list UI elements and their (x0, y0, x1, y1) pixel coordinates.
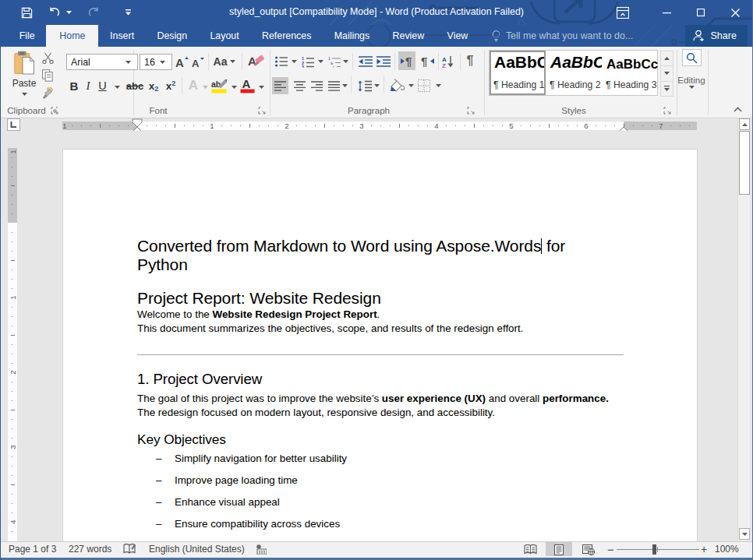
cut-button[interactable] (41, 51, 55, 65)
change-case-button[interactable]: Aa (212, 55, 237, 69)
language-indicator[interactable]: English (United States) (149, 542, 245, 557)
word-count[interactable]: 227 words (69, 542, 111, 557)
sort-button[interactable]: AZ (441, 55, 457, 69)
tab-insert[interactable]: Insert (98, 25, 145, 47)
subscript-button[interactable]: x2 (147, 79, 161, 93)
doc-paragraph-summary[interactable]: This document summarizes the objectives,… (137, 322, 523, 335)
borders-button[interactable] (415, 77, 433, 94)
font-color-dropdown[interactable] (257, 84, 265, 90)
ribbon-display-options-button[interactable] (610, 4, 635, 21)
style-card-heading-1[interactable]: AaBbC¶ Heading 1 (490, 51, 546, 95)
tab-file[interactable]: File (8, 25, 46, 47)
numbering-button[interactable]: 123 (301, 55, 315, 69)
style-card-heading-3[interactable]: AaBbCc¶ Heading 3 (602, 51, 658, 95)
zoom-in-button[interactable]: + (701, 542, 707, 557)
doc-heading-project-report[interactable]: Project Report: Website Redesign (137, 289, 381, 308)
editing-dropdown[interactable] (688, 84, 695, 90)
shading-dropdown[interactable] (407, 83, 415, 89)
tab-view[interactable]: View (436, 25, 479, 47)
tab-design[interactable]: Design (146, 25, 199, 47)
horizontal-ruler[interactable]: 11234567 (62, 122, 697, 130)
scroll-down-arrow[interactable] (739, 528, 750, 540)
tab-review[interactable]: Review (381, 25, 436, 47)
doc-paragraph-redesign[interactable]: The redesign focused on modern layout, r… (137, 406, 495, 419)
document-page[interactable]: Converted from Markdown to Word using As… (62, 149, 698, 541)
doc-heading-key-objectives[interactable]: Key Objectives (137, 431, 226, 448)
multilevel-dropdown[interactable] (341, 58, 349, 65)
scrollbar-thumb[interactable] (739, 131, 750, 195)
superscript-button[interactable]: x2 (164, 79, 178, 93)
highlight-dropdown[interactable] (230, 84, 238, 90)
vertical-ruler[interactable]: 11234 (8, 148, 17, 541)
font-name-combo[interactable]: Arial (66, 54, 138, 70)
paste-button[interactable]: Paste (7, 50, 41, 112)
font-size-combo[interactable]: 16 (140, 54, 172, 70)
text-effects-dropdown[interactable] (201, 84, 209, 90)
numbering-dropdown[interactable] (316, 58, 324, 65)
align-center-button[interactable] (292, 77, 308, 94)
borders-dropdown[interactable] (434, 83, 442, 89)
zoom-slider-handle[interactable] (652, 544, 656, 555)
tab-mailings[interactable]: Mailings (323, 25, 381, 47)
rtl-text-direction-button[interactable]: ¶ (419, 51, 436, 70)
styles-scroll-up[interactable] (660, 51, 673, 66)
print-layout-button[interactable] (546, 542, 572, 557)
font-name-dropdown-icon[interactable] (126, 61, 137, 64)
strikethrough-button[interactable]: abc (125, 79, 145, 93)
line-spacing-button[interactable] (356, 77, 373, 94)
line-spacing-dropdown[interactable] (373, 83, 380, 89)
underline-dropdown[interactable] (113, 84, 121, 90)
scroll-up-arrow[interactable] (739, 118, 750, 130)
tab-home[interactable]: Home (46, 25, 98, 47)
font-dialog-launcher[interactable] (258, 107, 266, 114)
ltr-text-direction-button[interactable]: ¶ (398, 51, 415, 70)
tell-me-box[interactable]: Tell me what you want to do... (492, 25, 633, 47)
find-button[interactable] (682, 49, 702, 66)
decrease-indent-button[interactable] (358, 55, 373, 69)
highlight-button[interactable]: ab (210, 77, 228, 93)
share-button[interactable]: Share (685, 25, 748, 47)
style-card-heading-2[interactable]: AaBbC¶ Heading 2 (546, 51, 602, 95)
format-painter-button[interactable] (41, 86, 55, 100)
paragraph-dialog-launcher[interactable] (467, 107, 475, 114)
show-hide-formatting-button[interactable]: ¶ (463, 53, 477, 69)
zoom-slider-track[interactable] (617, 549, 699, 550)
page-indicator[interactable]: Page 1 of 3 (9, 542, 56, 557)
close-button[interactable] (718, 0, 752, 25)
zoom-level[interactable]: 100% (715, 542, 739, 557)
minimize-button[interactable] (649, 0, 684, 25)
bullets-dropdown[interactable] (290, 58, 298, 65)
bold-button[interactable]: B (68, 78, 80, 93)
font-size-dropdown-icon[interactable] (160, 61, 171, 64)
justify-dropdown[interactable] (341, 83, 348, 89)
web-layout-button[interactable] (575, 542, 602, 557)
justify-button[interactable] (326, 77, 342, 94)
doc-paragraph-goal[interactable]: The goal of this project was to improve … (137, 392, 609, 405)
maximize-button[interactable] (684, 0, 718, 25)
underline-button[interactable]: U (97, 78, 108, 93)
shading-button[interactable] (388, 77, 407, 94)
clear-formatting-button[interactable]: A (247, 54, 264, 69)
shrink-font-button[interactable]: A (191, 55, 204, 69)
styles-dialog-launcher[interactable] (663, 107, 671, 114)
doc-title[interactable]: Converted from Markdown to Word using As… (137, 237, 597, 275)
tab-stop-selector[interactable] (7, 118, 20, 131)
align-right-button[interactable] (309, 77, 325, 94)
tab-references[interactable]: References (250, 25, 323, 47)
bullets-button[interactable] (274, 55, 288, 69)
doc-paragraph-welcome[interactable]: Welcome to the Website Redesign Project … (137, 308, 380, 321)
collapse-ribbon-button[interactable] (730, 103, 745, 115)
increase-indent-button[interactable] (376, 55, 391, 69)
align-left-button[interactable] (272, 77, 288, 94)
font-color-button[interactable]: A (239, 77, 255, 93)
read-mode-button[interactable] (517, 542, 543, 557)
grow-font-button[interactable]: A (175, 55, 189, 69)
clipboard-dialog-launcher[interactable] (51, 107, 58, 114)
vertical-scrollbar[interactable] (737, 118, 750, 541)
text-effects-button[interactable]: A (186, 78, 200, 93)
copy-button[interactable] (41, 69, 55, 83)
italic-button[interactable]: I (83, 78, 94, 93)
doc-heading-project-overview[interactable]: 1. Project Overview (137, 371, 262, 388)
tab-layout[interactable]: Layout (199, 25, 251, 47)
multilevel-list-button[interactable]: 1ai (327, 55, 341, 69)
